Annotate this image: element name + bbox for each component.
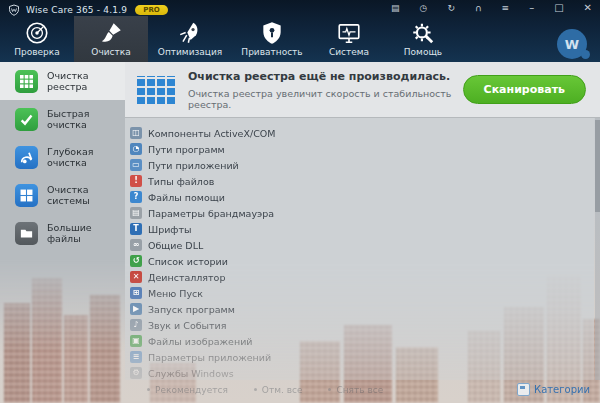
- deep-clean-vacuum-icon: [15, 146, 38, 169]
- registry-item-label: Параметры приложений: [148, 352, 271, 363]
- image-files-icon: ▣: [130, 335, 142, 347]
- scrollbar[interactable]: [595, 118, 600, 380]
- keyboard-icon[interactable]: ▤: [391, 2, 400, 14]
- registry-item[interactable]: ◔ Пути программ: [128, 141, 594, 157]
- tab-privacy[interactable]: Приватность: [232, 16, 312, 62]
- status-subtitle: Очистка реестра увеличит скорость и стаб…: [188, 88, 463, 110]
- registry-item-label: Запуск программ: [148, 304, 235, 315]
- registry-item-label: Типы файлов: [148, 176, 214, 187]
- close-button[interactable]: ✕: [584, 2, 592, 14]
- brush-icon: [98, 20, 124, 46]
- windows-services-icon: ⚙: [130, 367, 142, 379]
- registry-item[interactable]: ◫ Компоненты ActiveX/COM: [128, 125, 594, 141]
- registry-item-label: Компоненты ActiveX/COM: [148, 128, 275, 139]
- option-check-all[interactable]: Отм. все: [254, 385, 303, 395]
- firewall-settings-icon: ▤: [130, 207, 142, 219]
- scan-button[interactable]: Сканировать: [463, 75, 586, 104]
- sidebar: Очистка реестра Быстрая очистка: [0, 62, 125, 403]
- scrollbar-thumb[interactable]: [595, 120, 600, 212]
- sidebar-item-label: Глубокая очистка: [47, 146, 125, 168]
- sidebar-item-system-slimming[interactable]: Очистка системы: [0, 176, 125, 214]
- user-avatar[interactable]: W: [557, 29, 587, 59]
- sidebar-item-label: Большие файлы: [47, 222, 125, 244]
- radar-icon: [24, 20, 50, 46]
- sidebar-item-big-files[interactable]: Большие файлы: [0, 214, 125, 252]
- registry-item-label: Список истории: [148, 256, 228, 267]
- registry-item[interactable]: T Шрифты: [128, 221, 594, 237]
- screen: Wise Care 365 - 4.1.9 PRO ▤ ◷ ↻ ∩ ≡ – □ …: [0, 0, 600, 403]
- sound-events-icon: ♪: [130, 319, 142, 331]
- registry-item-label: Меню Пуск: [148, 288, 203, 299]
- registry-item-label: Общие DLL: [148, 240, 203, 251]
- status-text: Очистка реестра ещё не производилась. Оч…: [188, 70, 463, 110]
- registry-item[interactable]: ▤ Параметры брандмауэра: [128, 205, 594, 221]
- tab-cleanup[interactable]: Очистка: [74, 16, 148, 62]
- registry-item[interactable]: ? Файлы помощи: [128, 189, 594, 205]
- tab-help[interactable]: Помощь: [386, 16, 460, 62]
- categories-icon: [517, 383, 530, 396]
- minimize-button[interactable]: –: [529, 2, 534, 14]
- registry-grid-icon: [15, 70, 38, 93]
- refresh-icon[interactable]: ↻: [447, 2, 455, 14]
- registry-item[interactable]: ▭ Пути приложений: [128, 157, 594, 173]
- registry-item[interactable]: ∞ Общие DLL: [128, 237, 594, 253]
- monitor-icon: [336, 20, 362, 46]
- categories-link[interactable]: Категории: [517, 383, 590, 396]
- sidebar-item-quick-clean[interactable]: Быстрая очистка: [0, 100, 125, 138]
- window-top: Wise Care 365 - 4.1.9 PRO ▤ ◷ ↻ ∩ ≡ – □ …: [0, 0, 600, 62]
- pro-badge: PRO: [135, 5, 167, 15]
- support-headset-icon[interactable]: ∩: [475, 2, 482, 14]
- sidebar-item-registry-cleaner[interactable]: Очистка реестра: [0, 62, 125, 100]
- app-paths-icon: ▭: [130, 159, 142, 171]
- menu-icon[interactable]: ≡: [502, 2, 510, 14]
- registry-item-label: Деинсталлятор: [148, 272, 225, 283]
- option-recommended[interactable]: Рекомендуется: [147, 385, 228, 395]
- maximize-button[interactable]: □: [554, 2, 563, 14]
- titlebar-icons: ▤ ◷ ↻ ∩ ≡ – □ ✕: [391, 2, 592, 14]
- registry-item-label: Шрифты: [148, 224, 192, 235]
- registry-item[interactable]: ✕ Деинсталлятор: [128, 269, 594, 285]
- option-uncheck-all[interactable]: Снять все: [328, 385, 383, 395]
- sidebar-item-label: Очистка реестра: [47, 70, 125, 92]
- boot-timer-icon[interactable]: ◷: [420, 2, 428, 14]
- categories-label: Категории: [534, 384, 590, 395]
- tab-label: Система: [312, 47, 386, 57]
- main-panel: Очистка реестра ещё не производилась. Оч…: [125, 62, 600, 403]
- registry-item[interactable]: ♪ Звук и События: [128, 317, 594, 333]
- quick-clean-check-icon: [15, 108, 38, 131]
- app-settings-icon: ≡: [130, 351, 142, 363]
- window-title: Wise Care 365 - 4.1.9: [26, 5, 127, 15]
- tab-label: Приватность: [232, 47, 312, 57]
- registry-item-label: Файлы изображений: [148, 336, 252, 347]
- windows-logo-icon: [15, 184, 38, 207]
- program-paths-icon: ◔: [130, 143, 142, 155]
- tab-check[interactable]: Проверка: [0, 16, 74, 62]
- registry-item-label: Параметры брандмауэра: [148, 208, 274, 219]
- registry-item[interactable]: ⊞ Меню Пуск: [128, 285, 594, 301]
- tab-label: Проверка: [0, 47, 74, 57]
- registry-item[interactable]: ↺ Список истории: [128, 253, 594, 269]
- app-logo-icon: [8, 4, 20, 16]
- list-footer: Рекомендуется Отм. все Снять все Категор…: [125, 383, 590, 396]
- registry-item[interactable]: ▣ Файлы изображений: [128, 333, 594, 349]
- help-files-icon: ?: [130, 191, 142, 203]
- tab-optimization[interactable]: Оптимизация: [148, 16, 232, 62]
- history-list-icon: ↺: [130, 255, 142, 267]
- registry-item-label: Пути приложений: [148, 160, 239, 171]
- registry-item-label: Файлы помощи: [148, 192, 225, 203]
- tab-system[interactable]: Система: [312, 16, 386, 62]
- sidebar-item-deep-clean[interactable]: Глубокая очистка: [0, 138, 125, 176]
- registry-item[interactable]: ! Типы файлов: [128, 173, 594, 189]
- registry-blue-grid-icon: [137, 76, 175, 104]
- registry-item[interactable]: ≡ Параметры приложений: [128, 349, 594, 365]
- activex-com-icon: ◫: [130, 127, 142, 139]
- shield-icon: [259, 20, 285, 46]
- registry-item[interactable]: ⚙ Службы Windows: [128, 365, 594, 381]
- registry-category-list: ◫ Компоненты ActiveX/COM ◔ Пути программ…: [125, 118, 594, 380]
- tab-label: Очистка: [74, 47, 148, 57]
- registry-item-label: Пути программ: [148, 144, 225, 155]
- registry-status-header: Очистка реестра ещё не производилась. Оч…: [125, 62, 600, 118]
- registry-item[interactable]: ▶ Запуск программ: [128, 301, 594, 317]
- sidebar-item-label: Очистка системы: [47, 184, 125, 206]
- sidebar-item-label: Быстрая очистка: [47, 108, 125, 130]
